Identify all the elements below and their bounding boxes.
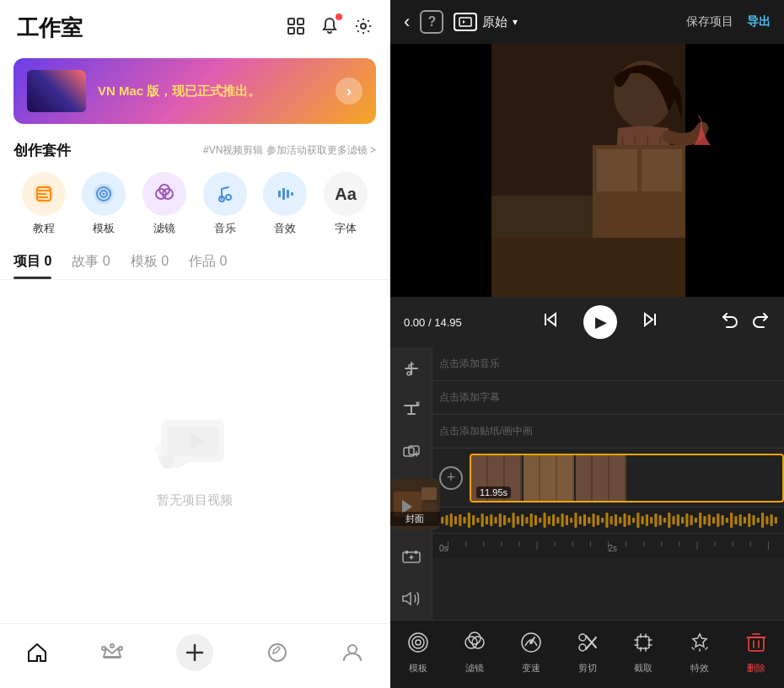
right-header: ‹ ? 原始 ▾ 保存项目 导出	[390, 0, 784, 44]
tab-works[interactable]: 作品 0	[189, 253, 227, 279]
tab-template[interactable]: 模板 0	[131, 253, 169, 279]
add-text-tool[interactable]	[397, 395, 426, 423]
svg-rect-112	[712, 517, 715, 524]
toolbar-crop[interactable]: 截取	[615, 627, 672, 675]
undo-button[interactable]	[720, 310, 738, 334]
svg-rect-157	[749, 637, 764, 651]
svg-rect-102	[668, 513, 670, 528]
settings-icon[interactable]	[354, 17, 373, 40]
add-overlay-tool[interactable]	[397, 438, 426, 465]
svg-rect-120	[748, 513, 750, 527]
svg-rect-3	[298, 28, 303, 34]
right-panel: ‹ ? 原始 ▾ 保存项目 导出	[390, 0, 784, 688]
audio-tool[interactable]	[397, 585, 426, 613]
video-track: + 11.95s	[432, 449, 784, 508]
kit-item-music[interactable]: 音乐	[196, 172, 255, 236]
svg-rect-116	[730, 513, 733, 528]
bell-icon[interactable]	[320, 17, 339, 40]
svg-rect-18	[287, 190, 289, 198]
timeline-tracks: 点击添加音乐 点击添加字幕 点击添加贴纸/画中画 +	[432, 347, 784, 620]
crop-toolbar-label: 截取	[634, 662, 652, 675]
creation-kit-link[interactable]: #VN视频剪辑 参加活动获取更多滤镜 >	[203, 143, 376, 158]
svg-rect-65	[503, 515, 506, 525]
nav-home[interactable]	[26, 642, 48, 664]
nav-add[interactable]	[176, 634, 213, 671]
banner-text: VN Mac 版，现已正式推出。	[98, 83, 336, 99]
add-clip-button[interactable]: +	[439, 466, 463, 490]
save-button[interactable]: 保存项目	[686, 14, 733, 30]
back-button[interactable]: ‹	[404, 11, 410, 33]
empty-icon	[144, 395, 245, 479]
play-button[interactable]: ▶	[583, 305, 617, 339]
add-clip-tool[interactable]	[397, 543, 426, 571]
svg-rect-58	[472, 515, 475, 525]
music-icon	[203, 172, 247, 216]
nav-profile[interactable]	[341, 642, 363, 664]
creation-kit: 创作套件 #VN视频剪辑 参加活动获取更多滤镜 > 教程	[0, 131, 389, 241]
skip-back-button[interactable]	[541, 310, 560, 334]
add-music-tool[interactable]	[397, 354, 426, 382]
svg-rect-97	[646, 514, 648, 526]
redo-button[interactable]	[752, 310, 771, 334]
toolbar-delete[interactable]: 删除	[728, 627, 784, 675]
toolbar-template[interactable]: 模板	[390, 627, 447, 675]
toolbar-filter[interactable]: 滤镜	[447, 627, 503, 675]
filter-toolbar-icon	[459, 627, 490, 658]
svg-rect-75	[548, 516, 550, 524]
left-header: 工作室	[0, 0, 389, 51]
svg-rect-101	[663, 518, 666, 523]
svg-rect-37	[491, 238, 685, 297]
banner-arrow-icon[interactable]: ›	[336, 78, 362, 105]
svg-rect-57	[468, 513, 470, 528]
kit-item-font[interactable]: Aa 字体	[316, 172, 375, 236]
svg-rect-50	[415, 551, 417, 554]
kit-item-filter[interactable]: 滤镜	[135, 172, 194, 236]
svg-rect-79	[566, 515, 568, 525]
toolbar-speed[interactable]: 变速	[502, 627, 559, 675]
svg-rect-73	[539, 518, 541, 523]
svg-rect-55	[459, 514, 461, 526]
export-button[interactable]: 导出	[747, 14, 771, 30]
quality-label: 原始	[482, 14, 507, 30]
toolbar-effects[interactable]: 特效	[672, 627, 728, 675]
svg-rect-117	[734, 516, 737, 524]
crop-toolbar-icon	[628, 627, 658, 658]
svg-rect-88	[605, 513, 608, 528]
total-time: 14.95	[434, 316, 462, 329]
svg-rect-103	[672, 516, 674, 524]
nav-crown[interactable]	[101, 642, 123, 664]
playback-controls: 0.00 / 14.95 ▶	[390, 297, 784, 347]
kit-item-template[interactable]: 模板	[74, 172, 133, 236]
right-header-right: 保存项目 导出	[686, 14, 771, 30]
notification-badge	[336, 13, 342, 20]
svg-rect-110	[703, 516, 706, 524]
music-track[interactable]: 点击添加音乐	[432, 347, 784, 381]
sticker-track[interactable]: 点击添加贴纸/画中画	[432, 415, 784, 449]
svg-rect-82	[579, 516, 582, 524]
svg-rect-72	[534, 515, 537, 525]
project-tabs: 项目 0 故事 0 模板 0 作品 0	[0, 241, 389, 280]
subtitle-track[interactable]: 点击添加字幕	[432, 381, 784, 415]
tab-project[interactable]: 项目 0	[13, 253, 51, 279]
vn-mac-banner[interactable]: VN Mac 版，现已正式推出。 ›	[13, 58, 376, 124]
svg-rect-2	[288, 28, 294, 34]
play-icon: ▶	[595, 313, 607, 331]
svg-rect-61	[486, 516, 488, 524]
skip-forward-button[interactable]	[641, 310, 659, 334]
svg-rect-113	[717, 513, 719, 527]
expand-icon[interactable]	[287, 17, 305, 40]
kit-item-tutorial[interactable]: 教程	[14, 172, 73, 236]
toolbar-cut[interactable]: 剪切	[559, 627, 615, 675]
sfx-label: 音效	[274, 221, 296, 236]
help-button[interactable]: ?	[420, 10, 443, 34]
svg-rect-40	[642, 149, 682, 191]
nav-discover[interactable]	[266, 642, 288, 664]
quality-chevron: ▾	[513, 16, 518, 28]
kit-item-sfx[interactable]: 音效	[255, 172, 314, 236]
timeline-tools: 封面	[390, 347, 432, 620]
tab-story[interactable]: 故事 0	[72, 253, 110, 279]
quality-selector[interactable]: 原始 ▾	[454, 13, 518, 31]
sticker-track-label: 点击添加贴纸/画中画	[439, 424, 533, 438]
video-clips[interactable]: 11.95s	[470, 454, 784, 503]
banner-text-highlight: 现已正式推出。	[172, 83, 260, 98]
